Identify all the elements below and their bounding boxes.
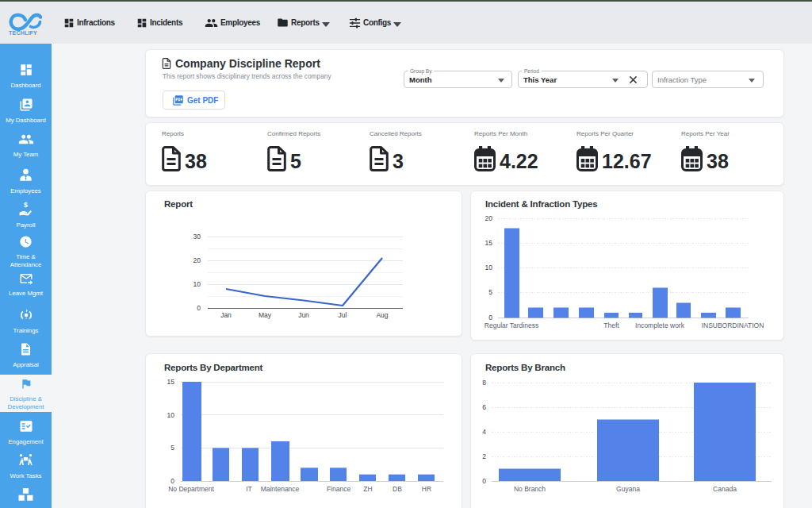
svg-text:Guyana: Guyana — [616, 485, 640, 493]
svg-text:INSUBORDINATION: INSUBORDINATION — [702, 321, 764, 329]
svg-text:Maintenance: Maintenance — [261, 485, 300, 493]
svg-text:38: 38 — [185, 150, 207, 172]
svg-text:HR: HR — [422, 485, 431, 493]
svg-text:8: 8 — [482, 379, 486, 387]
svg-text:38: 38 — [707, 150, 729, 172]
svg-text:Aug: Aug — [376, 311, 388, 319]
svg-text:10: 10 — [167, 411, 175, 419]
svg-text:No Branch: No Branch — [514, 485, 546, 493]
svg-text:Canada: Canada — [713, 485, 737, 493]
svg-text:12.67: 12.67 — [602, 150, 652, 172]
svg-text:20: 20 — [485, 214, 493, 222]
svg-text:May: May — [259, 311, 272, 319]
svg-text:2: 2 — [482, 452, 486, 460]
svg-text:Confirmed Reports: Confirmed Reports — [267, 130, 320, 137]
svg-text:10: 10 — [193, 280, 201, 288]
svg-text:3: 3 — [393, 150, 404, 172]
svg-text:5: 5 — [170, 444, 174, 452]
svg-text:0: 0 — [482, 477, 486, 485]
svg-text:5: 5 — [488, 288, 492, 296]
svg-text:IT: IT — [246, 485, 252, 493]
svg-text:0: 0 — [170, 477, 174, 485]
svg-text:10: 10 — [485, 264, 493, 271]
svg-text:DB: DB — [393, 485, 402, 493]
svg-text:Reports Per Month: Reports Per Month — [474, 130, 527, 137]
svg-text:Incomplete work: Incomplete work — [635, 321, 685, 329]
svg-text:Reports Per Quarter: Reports Per Quarter — [576, 130, 634, 137]
svg-text:20: 20 — [193, 256, 201, 264]
svg-text:0: 0 — [488, 314, 492, 321]
svg-text:4: 4 — [482, 428, 486, 436]
svg-text:No Department: No Department — [168, 485, 214, 493]
svg-text:Finance: Finance — [327, 485, 351, 493]
svg-text:Reports Per Year: Reports Per Year — [681, 130, 730, 137]
svg-text:4.22: 4.22 — [500, 150, 538, 172]
svg-text:ZH: ZH — [363, 485, 372, 493]
svg-text:Cancelled Reports: Cancelled Reports — [370, 130, 422, 137]
svg-text:15: 15 — [167, 378, 175, 386]
svg-text:0: 0 — [197, 304, 201, 312]
svg-text:Jan: Jan — [220, 311, 232, 319]
svg-text:Theft: Theft — [603, 321, 619, 329]
svg-text:30: 30 — [193, 233, 201, 241]
svg-text:6: 6 — [482, 403, 486, 411]
svg-text:Reports: Reports — [162, 130, 184, 137]
svg-text:Jul: Jul — [339, 311, 347, 319]
svg-text:Jun: Jun — [298, 311, 309, 319]
svg-text:Regular Tardiness: Regular Tardiness — [485, 321, 538, 329]
svg-text:$: $ — [24, 202, 28, 209]
svg-text:15: 15 — [485, 239, 493, 247]
svg-text:5: 5 — [290, 150, 301, 172]
